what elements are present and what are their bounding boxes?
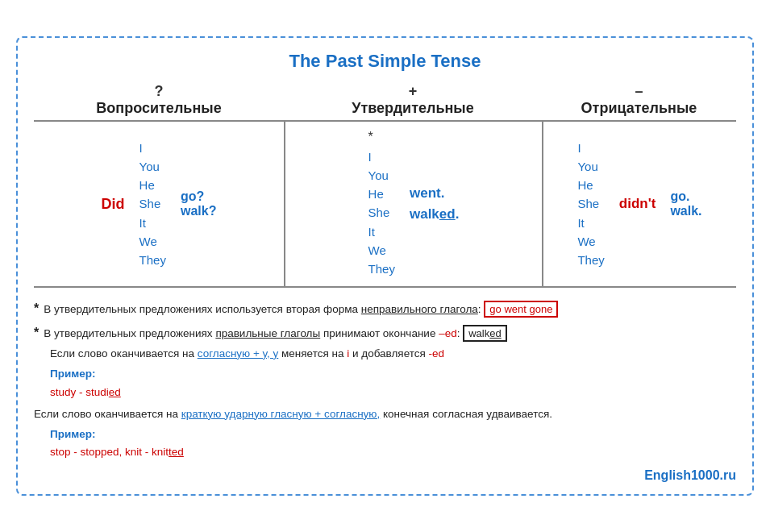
main-card: The Past Simple Tense ? Вопросительные +… [16, 36, 754, 497]
interrogative-verb: go?walk? [181, 189, 216, 218]
interrogative-header: ? Вопросительные [34, 83, 284, 117]
affirmative-pronouns: I You He She It We They [368, 148, 395, 279]
example1-block: Пример: study - studied [50, 365, 736, 402]
affirmative-header: + Утвердительные [284, 83, 542, 117]
regular-verb-box: walked [463, 325, 506, 342]
note3: Если слово оканчивается на краткую ударн… [34, 405, 736, 424]
negative-header: – Отрицательные [542, 83, 736, 117]
negative-verbs: go.walk. [670, 189, 701, 218]
page-title: The Past Simple Tense [34, 51, 736, 72]
did-auxiliary: Did [102, 196, 125, 213]
interrogative-pronouns: I You He She It We They [139, 139, 166, 270]
didnt-auxiliary: didn't [619, 196, 656, 212]
branding: English1000.ru [34, 468, 736, 483]
interrogative-cell: Did I You He She It We They go?walk? [34, 122, 284, 287]
negative-cell: I You He She It We They didn't go.walk. [542, 122, 736, 287]
note1: * В утвердительных предложениях использу… [34, 297, 736, 319]
note2-line2: Если слово оканчивается на согласную + у… [50, 345, 736, 364]
notes-section: * В утвердительных предложениях использу… [34, 297, 736, 462]
affirmative-cell: * I You He She It We They went. walked. [284, 122, 542, 287]
tense-table: Did I You He She It We They go?walk? * I… [34, 120, 736, 289]
column-headers: ? Вопросительные + Утвердительные – Отри… [34, 83, 736, 117]
irregular-verb-box: go went gone [484, 301, 558, 318]
negative-pronouns: I You He She It We They [577, 139, 604, 270]
note2-line1: * В утвердительных предложениях правильн… [34, 322, 736, 343]
example2-block: Пример: stop - stopped, knit - knitted [50, 426, 736, 463]
affirmative-verbs: went. walked. [410, 185, 459, 222]
